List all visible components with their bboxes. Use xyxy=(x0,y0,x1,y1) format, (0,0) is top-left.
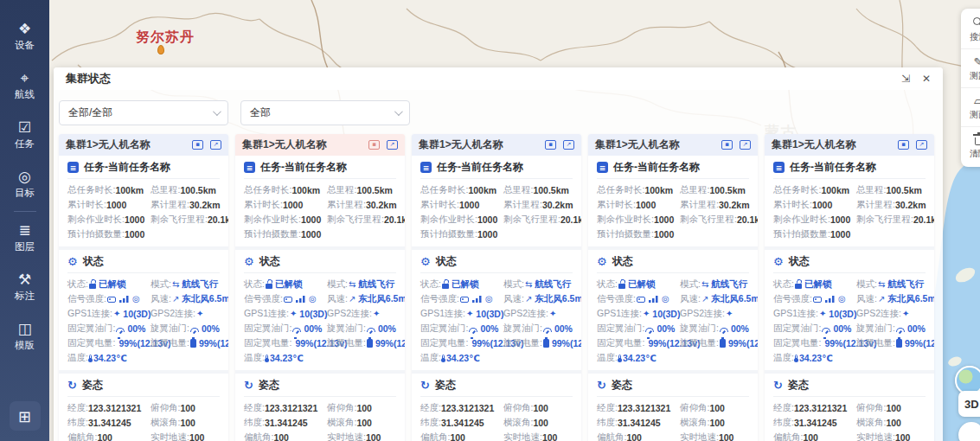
field-label: 剩余飞行里程 xyxy=(503,214,560,226)
field-value: 1000 xyxy=(283,200,303,210)
video-stream-icon[interactable]: ▪ xyxy=(545,140,556,150)
sidebar-item-devices[interactable]: ❖ 设备 xyxy=(0,12,49,61)
field-label: 总里程 xyxy=(856,184,886,196)
field-value: 1000 xyxy=(830,214,850,225)
field-value: 100km xyxy=(644,185,673,195)
data-cell: 预计拍摄数量1000 xyxy=(773,228,856,240)
field-value: 31.341245 xyxy=(794,418,837,428)
field-value: 100.5km xyxy=(709,185,745,195)
data-row: 状态已解锁模式⇆航线飞行 xyxy=(597,277,749,291)
map-extra-button[interactable] xyxy=(958,422,980,441)
map-city-marker-icon[interactable] xyxy=(157,45,164,54)
expand-icon[interactable]: ↗ xyxy=(387,140,398,150)
sidebar-item-templates[interactable]: ◫ 模版 xyxy=(0,312,49,361)
field-value: 已解锁 xyxy=(99,278,126,291)
sidebar-item-routes[interactable]: ⌖ 航线 xyxy=(0,61,49,111)
field-label: 状态 xyxy=(773,278,794,291)
task-list-icon: ☑ xyxy=(18,119,31,135)
close-icon[interactable]: ✕ xyxy=(922,74,931,84)
data-cell: 俯仰角100 xyxy=(503,402,573,414)
field-value: 东北风6.5m/s xyxy=(535,293,581,305)
data-cell: 累计时长1000 xyxy=(597,199,680,211)
field-value: 34.23℃ xyxy=(93,353,127,363)
panel-header: 集群状态 ⇲ ✕ xyxy=(54,67,943,90)
sidebar-item-targets[interactable]: ◎ 目标 xyxy=(0,160,49,209)
collapse-icon[interactable]: ⇲ xyxy=(901,74,910,84)
data-cell: 总任务时长100km xyxy=(67,184,151,196)
section-title-text: 状态 xyxy=(789,254,810,269)
field-label: 旋翼油门 xyxy=(327,323,366,335)
cluster-filter-select[interactable]: 全部/全部 xyxy=(59,100,228,125)
card-header-icons: ▪↗ xyxy=(898,140,927,150)
data-row: 纬度31.341245横滚角100 xyxy=(244,415,396,430)
data-row: 纬度31.341245横滚角100 xyxy=(773,415,926,430)
tool-clear[interactable]: 清除 xyxy=(961,126,980,165)
view-3d-button[interactable]: 3D xyxy=(958,391,980,417)
signal-icon xyxy=(472,295,482,303)
field-value: 航线飞行 xyxy=(711,278,747,291)
data-cell: 俯仰角100 xyxy=(151,402,220,414)
route-icon: ⇆ xyxy=(701,280,708,289)
field-value: 100.5km xyxy=(180,185,215,195)
field-value: 100 xyxy=(719,432,734,441)
field-value: 已解锁 xyxy=(452,278,479,291)
field-label: 固定翼电量 xyxy=(597,337,644,349)
video-stream-icon[interactable]: ▪ xyxy=(192,140,203,150)
sidebar-item-annotations[interactable]: ⚒ 标注 xyxy=(0,263,49,312)
sidebar-item-tasks[interactable]: ☑ 任务 xyxy=(0,111,49,160)
cluster-status-panel: 集群状态 ⇲ ✕ 全部/全部 全部 集群1>无人机名称▪↗≡任务-当前任务名称总… xyxy=(54,67,943,441)
gear-icon: ⚙ xyxy=(67,256,78,267)
expand-icon[interactable]: ↗ xyxy=(916,140,927,150)
data-row: GPS1连接✦10(3D)GPS2连接✦ xyxy=(67,306,220,321)
thermo-icon xyxy=(442,355,445,361)
data-cell: 实时地速100 xyxy=(503,431,573,441)
field-label: 累计时长 xyxy=(773,199,812,211)
data-row: 信号强度◎风速↗东北风6.5m/s xyxy=(420,291,573,306)
data-row: GPS1连接✦10(3D)GPS2连接✦ xyxy=(597,306,749,321)
drone-icon: ❖ xyxy=(18,21,31,36)
tool-measure-area[interactable]: ▱ 测面 xyxy=(961,87,980,126)
data-cell: 经度123.3121321 xyxy=(773,402,856,414)
video-stream-icon[interactable]: ▪ xyxy=(368,140,380,150)
search-icon xyxy=(973,17,980,28)
section-task: ≡任务-当前任务名称总任务时长100km总里程100.5km累计时长1000累计… xyxy=(412,156,581,246)
antenna-icon: ◎ xyxy=(838,295,846,304)
video-stream-icon[interactable]: ▪ xyxy=(898,140,909,150)
data-row: 偏航角100实时地速100 xyxy=(67,430,220,441)
field-value: 10(3D) xyxy=(123,309,151,319)
expand-icon[interactable]: ↗ xyxy=(740,140,751,150)
apps-grid-button[interactable]: ⊞ xyxy=(10,401,41,431)
section-task: ≡任务-当前任务名称总任务时长100km总里程100.5km累计时长1000累计… xyxy=(588,156,758,246)
data-row: 固定翼电量99%(12.13v)旋翼电量99%(12.13v) xyxy=(773,336,926,350)
field-label: 预计拍摄数量 xyxy=(244,228,301,240)
expand-icon[interactable]: ↗ xyxy=(563,140,574,150)
gauge-icon xyxy=(645,328,654,332)
data-cell: 剩余作业时长1000 xyxy=(597,214,680,226)
field-value: 00% xyxy=(304,323,322,334)
video-stream-icon[interactable]: ▪ xyxy=(721,140,733,150)
sat-icon: ✦ xyxy=(902,310,909,318)
data-row: 剩余作业时长1000剩余飞行里程20.1km xyxy=(773,212,926,227)
field-value: 1000 xyxy=(812,200,832,210)
field-label: 实时地速 xyxy=(856,431,895,441)
status-filter-select[interactable]: 全部 xyxy=(240,100,410,125)
field-label: 状态 xyxy=(244,278,265,291)
gauge-icon xyxy=(822,328,830,332)
section-title-text: 状态 xyxy=(436,254,457,269)
field-value: 东北风6.5m/s xyxy=(182,293,228,305)
tool-search[interactable]: 搜索 xyxy=(961,10,980,48)
field-label: GPS2连接 xyxy=(680,308,725,320)
field-label: 信号强度 xyxy=(420,293,459,305)
data-cell: GPS1连接✦10(3D) xyxy=(67,308,151,320)
sidebar-item-layers[interactable]: ≣ 图层 xyxy=(0,214,49,263)
section-title-text: 任务-当前任务名称 xyxy=(260,160,347,175)
field-value: 100 xyxy=(803,432,818,441)
gauge-icon xyxy=(720,328,728,332)
data-cell: 预计拍摄数量1000 xyxy=(597,228,680,240)
map-city-label: 努尔苏丹 xyxy=(136,29,195,47)
data-cell: 风速↗东北风6.5m/s xyxy=(680,293,758,305)
field-value: 20.1km xyxy=(208,214,228,225)
expand-icon[interactable]: ↗ xyxy=(210,140,221,150)
tool-measure-distance[interactable]: ✎ 测距 xyxy=(961,48,980,87)
data-cell: 模式⇆航线飞行 xyxy=(151,278,220,291)
